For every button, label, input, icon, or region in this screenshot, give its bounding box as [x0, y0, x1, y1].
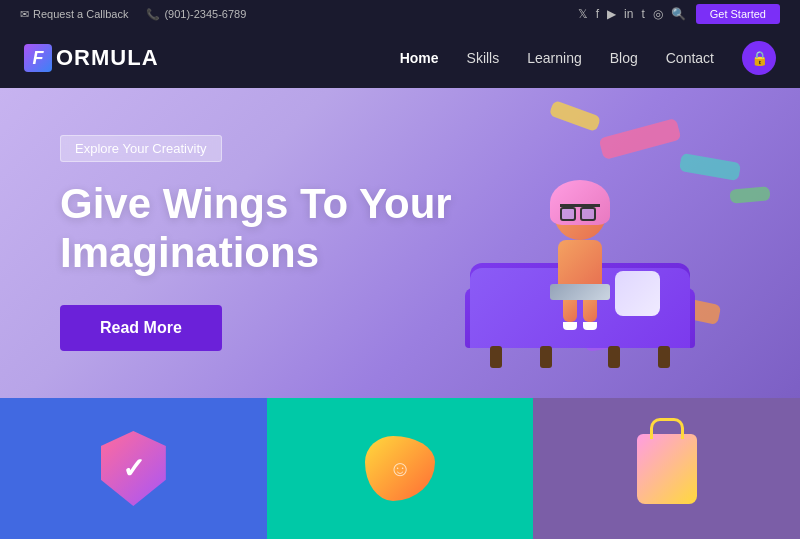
nav-home[interactable]: Home — [400, 50, 439, 66]
hero-section: Explore Your Creativity Give Wings To Yo… — [0, 88, 800, 398]
bag-icon — [637, 434, 697, 504]
logo: F ORMULA — [24, 44, 159, 72]
logo-f-letter: F — [24, 44, 52, 72]
facebook-icon[interactable]: f — [596, 7, 599, 21]
top-bar-left: ✉ Request a Callback 📞 (901)-2345-6789 — [20, 8, 246, 21]
linkedin-icon[interactable]: in — [624, 7, 633, 21]
search-icon[interactable]: 🔍 — [671, 7, 686, 21]
hero-content: Explore Your Creativity Give Wings To Yo… — [0, 135, 800, 351]
cards-section — [0, 398, 800, 539]
phone-number: (901)-2345-6789 — [164, 8, 246, 20]
social-icons: 𝕏 f ▶ in t ◎ 🔍 — [578, 7, 686, 21]
tumblr-icon[interactable]: t — [641, 7, 644, 21]
blob-icon — [365, 436, 435, 501]
twitter-icon[interactable]: 𝕏 — [578, 7, 588, 21]
get-started-button[interactable]: Get Started — [696, 4, 780, 24]
card-bag[interactable] — [533, 398, 800, 539]
logo-text: ORMULA — [56, 45, 159, 71]
hero-badge: Explore Your Creativity — [60, 135, 222, 162]
nav-links: Home Skills Learning Blog Contact 🔒 — [400, 41, 776, 75]
callback-link[interactable]: ✉ Request a Callback — [20, 8, 128, 21]
phone-link[interactable]: 📞 (901)-2345-6789 — [146, 8, 246, 21]
instagram-icon[interactable]: ◎ — [653, 7, 663, 21]
callback-label: Request a Callback — [33, 8, 128, 20]
hero-title-line2: Imaginations — [60, 229, 319, 276]
hero-title: Give Wings To Your Imaginations — [60, 180, 800, 277]
shield-icon — [101, 431, 166, 506]
navbar: F ORMULA Home Skills Learning Blog Conta… — [0, 28, 800, 88]
phone-icon: 📞 — [146, 8, 160, 21]
read-more-button[interactable]: Read More — [60, 305, 222, 351]
nav-skills[interactable]: Skills — [467, 50, 500, 66]
youtube-icon[interactable]: ▶ — [607, 7, 616, 21]
top-bar-right: 𝕏 f ▶ in t ◎ 🔍 Get Started — [578, 4, 780, 24]
hero-title-line1: Give Wings To Your — [60, 180, 452, 227]
nav-contact[interactable]: Contact — [666, 50, 714, 66]
top-bar: ✉ Request a Callback 📞 (901)-2345-6789 𝕏… — [0, 0, 800, 28]
envelope-icon: ✉ — [20, 8, 29, 21]
nav-blog[interactable]: Blog — [610, 50, 638, 66]
card-shield[interactable] — [0, 398, 267, 539]
cart-icon[interactable]: 🔒 — [742, 41, 776, 75]
nav-learning[interactable]: Learning — [527, 50, 582, 66]
card-blob[interactable] — [267, 398, 534, 539]
